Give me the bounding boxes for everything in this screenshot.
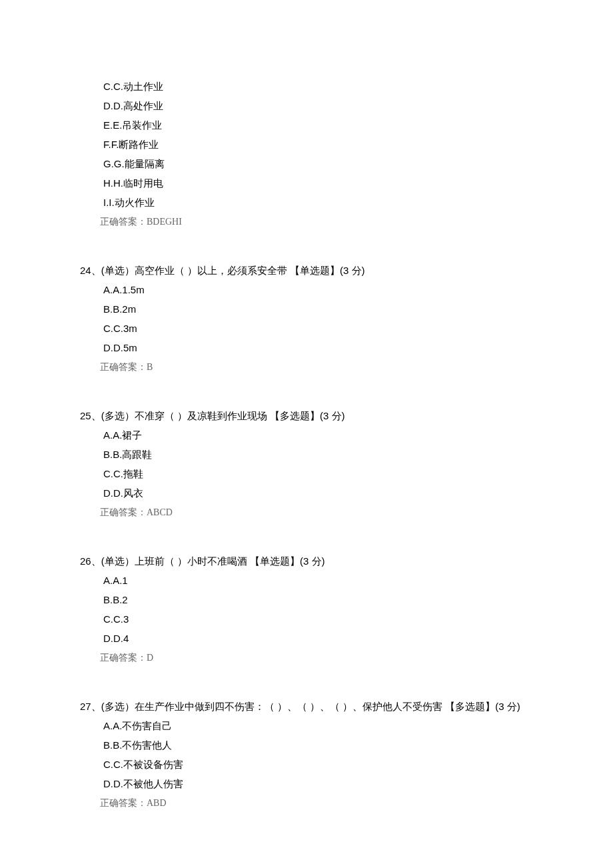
q25-block: 25、(多选）不准穿（ ）及凉鞋到作业现场 【多选题】(3 分) A.A.裙子 … [80, 406, 533, 522]
q24-block: 24、(单选）高空作业（ ）以上，必须系安全带 【单选题】(3 分) A.A.1… [80, 261, 533, 377]
q24-option-d: D.D.5m [103, 338, 533, 357]
q23-option-g: G.G.能量隔离 [103, 154, 533, 173]
q23-option-h: H.H.临时用电 [103, 173, 533, 193]
q26-option-b: B.B.2 [103, 590, 533, 609]
q26-option-a: A.A.1 [103, 571, 533, 590]
q27-block: 27、(多选）在生产作业中做到四不伤害：（ ）、（ ）、（ ）、保护他人不受伤害… [80, 697, 533, 813]
q26-stem: 26、(单选）上班前（ ）小时不准喝酒 【单选题】(3 分) [80, 551, 533, 571]
q23-option-f: F.F.断路作业 [103, 135, 533, 154]
q26-options: A.A.1 B.B.2 C.C.3 D.D.4 [103, 571, 533, 648]
q24-option-b: B.B.2m [103, 299, 533, 319]
q24-option-c: C.C.3m [103, 319, 533, 338]
q25-option-b: B.B.高跟鞋 [103, 445, 533, 464]
q27-option-a: A.A.不伤害自己 [103, 716, 533, 735]
q24-stem: 24、(单选）高空作业（ ）以上，必须系安全带 【单选题】(3 分) [80, 261, 533, 280]
q27-answer: 正确答案：ABD [100, 793, 533, 813]
q23-answer: 正确答案：BDEGHI [100, 212, 533, 231]
q26-option-c: C.C.3 [103, 609, 533, 629]
q24-option-a: A.A.1.5m [103, 280, 533, 299]
q25-stem: 25、(多选）不准穿（ ）及凉鞋到作业现场 【多选题】(3 分) [80, 406, 533, 425]
q23-options: C.C.动土作业 D.D.高处作业 E.E.吊装作业 F.F.断路作业 G.G.… [103, 77, 533, 212]
q27-option-d: D.D.不被他人伤害 [103, 774, 533, 793]
exam-page: C.C.动土作业 D.D.高处作业 E.E.吊装作业 F.F.断路作业 G.G.… [0, 0, 613, 868]
q27-option-b: B.B.不伤害他人 [103, 735, 533, 755]
q25-option-c: C.C.拖鞋 [103, 464, 533, 483]
q27-option-c: C.C.不被设备伤害 [103, 755, 533, 774]
q25-answer: 正确答案：ABCD [100, 503, 533, 522]
q25-option-a: A.A.裙子 [103, 425, 533, 445]
q23-option-i: I.I.动火作业 [103, 193, 533, 212]
q27-options: A.A.不伤害自己 B.B.不伤害他人 C.C.不被设备伤害 D.D.不被他人伤… [103, 716, 533, 793]
q25-option-d: D.D.风衣 [103, 483, 533, 503]
q27-stem: 27、(多选）在生产作业中做到四不伤害：（ ）、（ ）、（ ）、保护他人不受伤害… [80, 697, 533, 716]
q26-option-d: D.D.4 [103, 629, 533, 648]
q23-option-d: D.D.高处作业 [103, 96, 533, 115]
q26-answer: 正确答案：D [100, 648, 533, 667]
q23-option-c: C.C.动土作业 [103, 77, 533, 96]
q26-block: 26、(单选）上班前（ ）小时不准喝酒 【单选题】(3 分) A.A.1 B.B… [80, 551, 533, 667]
q25-options: A.A.裙子 B.B.高跟鞋 C.C.拖鞋 D.D.风衣 [103, 425, 533, 503]
q24-options: A.A.1.5m B.B.2m C.C.3m D.D.5m [103, 280, 533, 357]
q24-answer: 正确答案：B [100, 357, 533, 377]
q23-option-e: E.E.吊装作业 [103, 115, 533, 135]
